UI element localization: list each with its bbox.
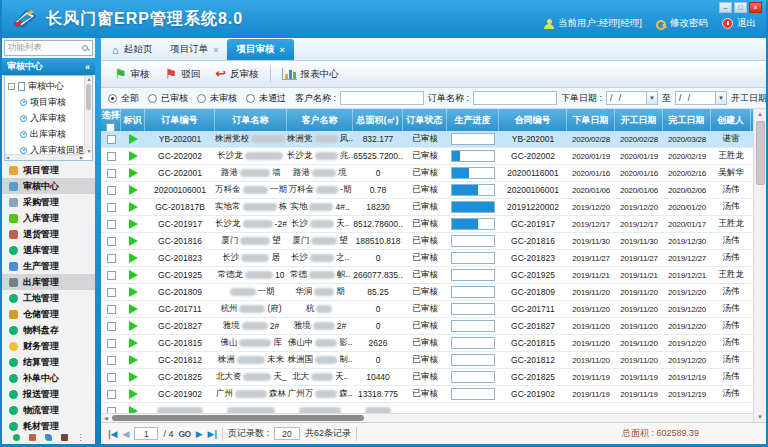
column-header-订单名称[interactable]: 订单名称	[215, 109, 287, 131]
table-row-partial[interactable]	[101, 403, 753, 413]
more-options-icon[interactable]: ⋮	[77, 434, 85, 441]
chevron-down-icon[interactable]: ▼	[715, 92, 726, 104]
table-row[interactable]: GC-201925常德龙10常德帜..266077.835..已审核GC-201…	[101, 267, 753, 284]
sidebar-item-物流管理[interactable]: 物流管理	[2, 402, 95, 418]
radio-全部[interactable]	[108, 94, 117, 103]
tab-项目订单[interactable]: 项目订单×	[161, 39, 227, 60]
sidebar-item-退货管理[interactable]: 退货管理	[2, 226, 95, 242]
customer-name-input[interactable]	[340, 91, 424, 105]
collapse-sidebar-icon[interactable]: «	[85, 62, 90, 72]
minimize-button[interactable]: –	[719, 2, 732, 13]
sidebar-item-报送管理[interactable]: 报送管理	[2, 386, 95, 402]
select-all-checkbox[interactable]	[106, 123, 115, 132]
sidebar-panel-header[interactable]: 审核中心 «	[2, 58, 95, 75]
tree-node-入库审核[interactable]: 入库审核	[8, 110, 82, 126]
cart-icon[interactable]	[29, 434, 36, 441]
row-checkbox[interactable]	[107, 390, 116, 399]
table-row[interactable]: GC-201825北大资天_北大天..10440已审核GC-2018252019…	[101, 369, 753, 386]
page-size-input[interactable]: 20	[274, 427, 300, 440]
tree-node-出库审核[interactable]: 出库审核	[8, 126, 82, 142]
column-header-订单编号[interactable]: 订单编号	[145, 109, 215, 131]
page-number-input[interactable]: 1	[134, 427, 158, 440]
date-input-至[interactable]: / /▼	[675, 91, 727, 105]
person-icon[interactable]	[61, 434, 68, 441]
vertical-scrollbar[interactable]: ▲ ▼	[753, 109, 766, 422]
table-row[interactable]: 20200106001万科金一期万科金-期0.78已审核202001060012…	[101, 182, 753, 199]
close-button[interactable]: ×	[749, 2, 762, 13]
sidebar-item-仓储管理[interactable]: 仓储管理	[2, 306, 95, 322]
toolbar-button-审核[interactable]: ⚑审核	[110, 65, 154, 83]
close-tab-icon[interactable]: ×	[213, 45, 218, 55]
row-checkbox[interactable]	[107, 186, 116, 195]
column-header-开工日期[interactable]: 开工日期	[615, 109, 663, 131]
tree-scroll-thumb[interactable]	[86, 84, 91, 110]
row-checkbox[interactable]	[107, 356, 116, 365]
table-row[interactable]: GC-202002长沙龙长沙龙兆..65525.7200..已审核GC-2020…	[101, 148, 753, 165]
sidebar-item-补单中心[interactable]: 补单中心	[2, 370, 95, 386]
sidebar-item-出库管理[interactable]: 出库管理	[2, 274, 95, 290]
column-header-合同编号[interactable]: 合同编号	[499, 109, 567, 131]
prev-page-button[interactable]: ◀	[122, 429, 129, 439]
tree-node-项目审核[interactable]: 项目审核	[8, 94, 82, 110]
last-page-button[interactable]: ▶|	[208, 429, 217, 439]
column-header-客户名称[interactable]: 客户名称	[287, 109, 353, 131]
sidebar-item-物料盘存[interactable]: 物料盘存	[2, 322, 95, 338]
table-row[interactable]: GC-201711杭州(府)杭0已审核GC-2017112019/11/2020…	[101, 301, 753, 318]
next-page-button[interactable]: ▶	[196, 429, 203, 439]
row-checkbox[interactable]	[107, 135, 116, 144]
table-row[interactable]: GC-201816厦门望厦门望188510.818已审核GC-201816201…	[101, 233, 753, 250]
scroll-left-icon[interactable]: ◀	[101, 414, 111, 422]
close-tab-icon[interactable]: ×	[279, 45, 284, 55]
radio-已审核[interactable]	[148, 94, 157, 103]
sidebar-item-结算管理[interactable]: 结算管理	[2, 354, 95, 370]
go-button[interactable]: GO	[178, 429, 190, 439]
table-row[interactable]: GC-201827雅境2#雅境2#0已审核GC-2018272019/11/20…	[101, 318, 753, 335]
tab-起始页[interactable]: ⌂起始页	[103, 39, 161, 60]
row-checkbox[interactable]	[107, 339, 116, 348]
date-input-下单日期[interactable]: / /▼	[606, 91, 658, 105]
sidebar-item-工地管理[interactable]: 工地管理	[2, 290, 95, 306]
first-page-button[interactable]: |◀	[108, 429, 117, 439]
tab-项目审核[interactable]: 项目审核×	[227, 39, 293, 60]
row-checkbox[interactable]	[107, 322, 116, 331]
sidebar-item-财务管理[interactable]: 财务管理	[2, 338, 95, 354]
table-row[interactable]: GC-201823长沙居长沙之..0已审核GC-2018232019/11/27…	[101, 250, 753, 267]
scroll-down-icon[interactable]: ▼	[754, 412, 766, 422]
row-checkbox[interactable]	[107, 220, 116, 229]
row-checkbox[interactable]	[107, 169, 116, 178]
column-header-下单日期[interactable]: 下单日期	[567, 109, 615, 131]
table-row[interactable]: GC-202001路港墙路港境0已审核202001160012020/01/16…	[101, 165, 753, 182]
sidebar-item-退库管理[interactable]: 退库管理	[2, 242, 95, 258]
column-header-创建人[interactable]: 创建人	[711, 109, 751, 131]
column-header-标识[interactable]: 标识	[121, 109, 145, 131]
tree-root-node[interactable]: - 审核中心	[8, 78, 82, 94]
sidebar-item-采购管理[interactable]: 采购管理	[2, 194, 95, 210]
toolbar-button-驳回[interactable]: ⚑驳回	[161, 65, 205, 83]
row-checkbox[interactable]	[107, 373, 116, 382]
column-header-选择[interactable]: 选择	[101, 109, 121, 131]
scroll-up-icon[interactable]: ▲	[754, 109, 766, 119]
row-checkbox[interactable]	[107, 203, 116, 212]
dot-icon[interactable]	[13, 434, 20, 441]
table-row[interactable]: GC-201815佛山库佛山中影..2626已审核GC-2018152019/1…	[101, 335, 753, 352]
row-checkbox[interactable]	[107, 305, 116, 314]
column-header-总面积(㎡)[interactable]: 总面积(㎡)	[353, 109, 403, 131]
row-checkbox[interactable]	[107, 237, 116, 246]
horizontal-scroll-thumb[interactable]	[112, 415, 364, 421]
change-password-button[interactable]: 修改密码	[656, 17, 708, 30]
logout-button[interactable]: 退出	[722, 17, 756, 30]
tree-collapse-icon[interactable]: -	[8, 83, 15, 90]
sidebar-item-入库管理[interactable]: 入库管理	[2, 210, 95, 226]
toolbar-button-反审核[interactable]: ↩反审核	[211, 66, 262, 83]
leaf-icon[interactable]	[45, 434, 52, 441]
maximize-button[interactable]: □	[734, 2, 747, 13]
scroll-up-icon[interactable]: ▲	[85, 76, 93, 82]
column-header-完工日期[interactable]: 完工日期	[663, 109, 711, 131]
tree-vertical-scrollbar[interactable]: ▲ ▼	[84, 76, 92, 154]
row-checkbox[interactable]	[107, 152, 116, 161]
horizontal-scrollbar[interactable]: ◀	[101, 413, 753, 422]
sidebar-item-生产管理[interactable]: 生产管理	[2, 258, 95, 274]
radio-未通过[interactable]	[246, 94, 255, 103]
vertical-scroll-thumb[interactable]	[756, 121, 765, 185]
table-row[interactable]: GC-201812株洲未来株洲国制..0已审核GC-2018122019/11/…	[101, 352, 753, 369]
